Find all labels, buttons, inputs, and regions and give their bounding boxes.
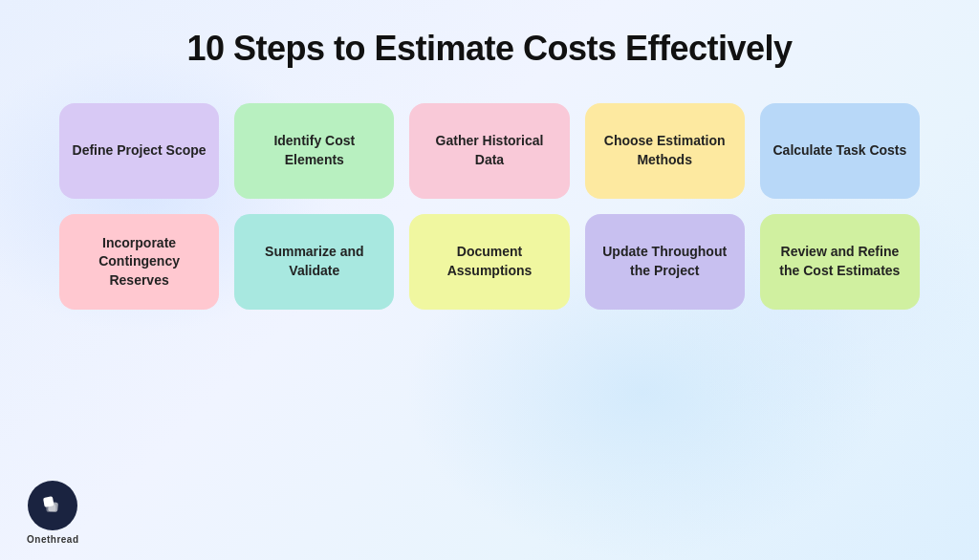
card-2: Identify Cost Elements xyxy=(234,103,394,199)
card-7: Summarize and Validate xyxy=(234,214,394,310)
card-1: Define Project Scope xyxy=(59,103,219,199)
card-3: Gather Historical Data xyxy=(409,103,569,199)
cards-grid: Define Project ScopeIdentify Cost Elemen… xyxy=(59,103,920,310)
page-title: 10 Steps to Estimate Costs Effectively xyxy=(186,29,792,69)
main-container: 10 Steps to Estimate Costs Effectively D… xyxy=(0,0,979,560)
card-9: Update Throughout the Project xyxy=(585,214,745,310)
card-10: Review and Refine the Cost Estimates xyxy=(760,214,920,310)
card-5: Calculate Task Costs xyxy=(760,103,920,199)
card-6: Incorporate Contingency Reserves xyxy=(59,214,219,310)
card-4: Choose Estimation Methods xyxy=(585,103,745,199)
card-8: Document Assumptions xyxy=(409,214,569,310)
